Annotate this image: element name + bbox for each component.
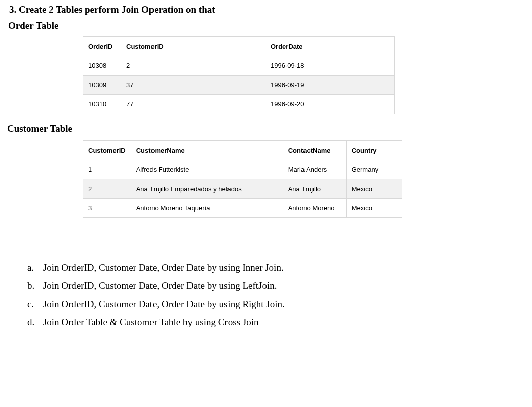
order-cell: 1996-09-20 xyxy=(265,95,395,114)
order-cell: 77 xyxy=(121,95,265,114)
customer-table-wrapper: CustomerID CustomerName ContactName Coun… xyxy=(83,140,523,218)
task-marker: c. xyxy=(27,295,41,313)
customer-cell: Antonio Moreno xyxy=(283,199,346,218)
customer-cell: Antonio Moreno Taquería xyxy=(131,199,283,218)
task-text: Join OrderID, Customer Date, Order Date … xyxy=(43,262,284,273)
customer-table-title: Customer Table xyxy=(7,123,523,134)
order-header-orderdate: OrderDate xyxy=(265,37,395,56)
order-table-wrapper: OrderID CustomerID OrderDate 10308 2 199… xyxy=(83,36,523,114)
customer-cell: 3 xyxy=(83,199,131,218)
order-cell: 1996-09-18 xyxy=(265,56,395,76)
order-cell: 2 xyxy=(121,56,265,76)
customer-header-country: Country xyxy=(346,141,402,160)
table-header-row: OrderID CustomerID OrderDate xyxy=(83,37,395,56)
table-row: 10310 77 1996-09-20 xyxy=(83,95,395,114)
task-text: Join Order Table & Customer Table by usi… xyxy=(43,317,259,327)
customer-cell: Mexico xyxy=(346,179,402,199)
order-cell: 10310 xyxy=(83,95,121,114)
task-marker: a. xyxy=(27,258,41,277)
customer-cell: 1 xyxy=(83,160,131,179)
customer-cell: Germany xyxy=(346,160,402,179)
customer-cell: Ana Trujillo Emparedados y helados xyxy=(131,179,283,199)
order-table: OrderID CustomerID OrderDate 10308 2 199… xyxy=(83,36,395,114)
task-marker: b. xyxy=(27,277,41,295)
task-item-d: d. Join Order Table & Customer Table by … xyxy=(27,313,523,331)
task-marker: d. xyxy=(27,313,41,331)
table-header-row: CustomerID CustomerName ContactName Coun… xyxy=(83,141,402,160)
table-row: 10308 2 1996-09-18 xyxy=(83,56,395,76)
order-cell: 1996-09-19 xyxy=(265,76,395,95)
order-cell: 10308 xyxy=(83,56,121,76)
customer-cell: Alfreds Futterkiste xyxy=(131,160,283,179)
customer-cell: Maria Anders xyxy=(283,160,346,179)
order-header-orderid: OrderID xyxy=(83,37,121,56)
order-header-customerid: CustomerID xyxy=(121,37,265,56)
task-item-b: b. Join OrderID, Customer Date, Order Da… xyxy=(27,277,523,295)
customer-cell: Ana Trujillo xyxy=(283,179,346,199)
task-item-c: c. Join OrderID, Customer Date, Order Da… xyxy=(27,295,523,313)
order-table-title: Order Table xyxy=(8,20,523,31)
customer-cell: 2 xyxy=(83,179,131,199)
question-heading: 3. Create 2 Tables perform Join Operatio… xyxy=(9,4,523,15)
customer-table: CustomerID CustomerName ContactName Coun… xyxy=(83,140,402,218)
table-row: 3 Antonio Moreno Taquería Antonio Moreno… xyxy=(83,199,402,218)
customer-header-contactname: ContactName xyxy=(283,141,346,160)
customer-header-customerid: CustomerID xyxy=(83,141,131,160)
table-row: 10309 37 1996-09-19 xyxy=(83,76,395,95)
order-cell: 10309 xyxy=(83,76,121,95)
table-row: 2 Ana Trujillo Emparedados y helados Ana… xyxy=(83,179,402,199)
table-row: 1 Alfreds Futterkiste Maria Anders Germa… xyxy=(83,160,402,179)
customer-cell: Mexico xyxy=(346,199,402,218)
customer-header-customername: CustomerName xyxy=(131,141,283,160)
task-text: Join OrderID, Customer Date, Order Date … xyxy=(43,280,277,291)
task-text: Join OrderID, Customer Date, Order Date … xyxy=(43,299,285,309)
task-list: a. Join OrderID, Customer Date, Order Da… xyxy=(27,258,523,331)
task-item-a: a. Join OrderID, Customer Date, Order Da… xyxy=(27,258,523,277)
order-cell: 37 xyxy=(121,76,265,95)
